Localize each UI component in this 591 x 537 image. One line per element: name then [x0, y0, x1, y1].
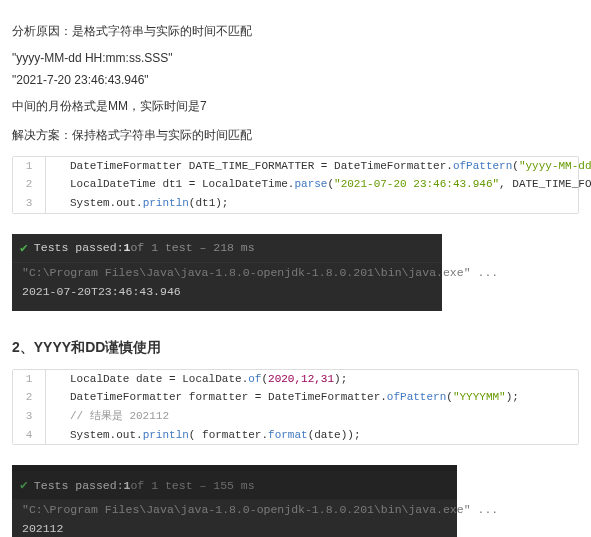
- line-number: 3: [13, 407, 46, 426]
- test-status-bar: ✔ Tests passed: 1 of 1 test – 155 ms: [12, 471, 457, 500]
- tests-passed-count: 1: [124, 479, 131, 492]
- actual-time-example: "2021-7-20 23:46:43.946": [12, 73, 579, 87]
- code-block-1: 1DateTimeFormatter DATE_TIME_FORMATTER =…: [12, 156, 579, 214]
- code-line: DateTimeFormatter DATE_TIME_FORMATTER = …: [46, 157, 591, 176]
- tests-passed-rest: of 1 test – 218 ms: [130, 241, 254, 254]
- tests-passed-label: Tests passed:: [34, 479, 124, 492]
- format-string-example: "yyyy-MM-dd HH:mm:ss.SSS": [12, 51, 579, 65]
- check-icon: ✔: [20, 240, 28, 256]
- mismatch-explain: 中间的月份格式是MM，实际时间是7: [12, 97, 579, 116]
- console-output-1: ✔ Tests passed: 1 of 1 test – 218 ms "C:…: [12, 234, 442, 311]
- analysis-reason: 分析原因：是格式字符串与实际的时间不匹配: [12, 22, 579, 41]
- console-output-2: ✔ Tests passed: 1 of 1 test – 155 ms "C:…: [12, 465, 457, 537]
- code-line: LocalDate date = LocalDate.of(2020,12,31…: [46, 370, 347, 389]
- tests-passed-label: Tests passed:: [34, 241, 124, 254]
- console-command: "C:\Program Files\Java\java-1.8.0-openjd…: [12, 500, 457, 519]
- section-heading-2: 2、YYYY和DD谨慎使用: [12, 339, 579, 357]
- console-output-line: 202112: [12, 519, 457, 537]
- tests-passed-count: 1: [124, 241, 131, 254]
- code-line: System.out.println( formatter.format(dat…: [46, 426, 360, 445]
- solution-text: 解决方案：保持格式字符串与实际的时间匹配: [12, 126, 579, 145]
- check-icon: ✔: [20, 477, 28, 493]
- code-line: DateTimeFormatter formatter = DateTimeFo…: [46, 388, 519, 407]
- code-line: System.out.println(dt1);: [46, 194, 228, 213]
- code-line: LocalDateTime dt1 = LocalDateTime.parse(…: [46, 175, 591, 194]
- console-output-line: 2021-07-20T23:46:43.946: [12, 282, 442, 301]
- line-number: 2: [13, 388, 46, 407]
- line-number: 2: [13, 175, 46, 194]
- test-status-bar: ✔ Tests passed: 1 of 1 test – 218 ms: [12, 234, 442, 263]
- console-command: "C:\Program Files\Java\java-1.8.0-openjd…: [12, 263, 442, 282]
- code-line: // 结果是 202112: [46, 407, 169, 426]
- line-number: 1: [13, 370, 46, 389]
- line-number: 1: [13, 157, 46, 176]
- line-number: 3: [13, 194, 46, 213]
- line-number: 4: [13, 426, 46, 445]
- code-block-2: 1LocalDate date = LocalDate.of(2020,12,3…: [12, 369, 579, 446]
- tests-passed-rest: of 1 test – 155 ms: [130, 479, 254, 492]
